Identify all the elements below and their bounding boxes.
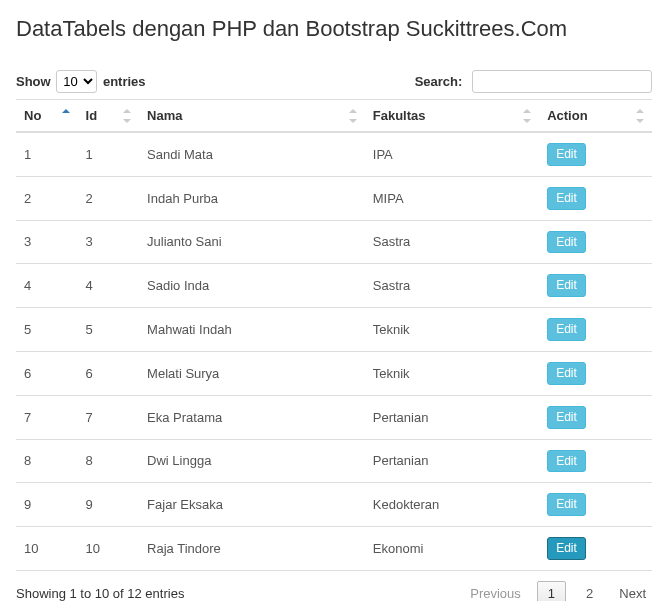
cell-fakultas: Teknik [365, 308, 539, 352]
cell-action: Edit [539, 439, 652, 483]
search-label: Search: [415, 74, 463, 89]
cell-nama: Indah Purba [139, 176, 365, 220]
table-row: 1010Raja TindoreEkonomiEdit [16, 527, 652, 571]
col-header-id[interactable]: Id [78, 100, 140, 133]
cell-no: 2 [16, 176, 78, 220]
edit-button[interactable]: Edit [547, 231, 586, 254]
edit-button[interactable]: Edit [547, 493, 586, 516]
cell-id: 1 [78, 132, 140, 176]
pagination: Previous12Next [464, 581, 652, 601]
cell-action: Edit [539, 220, 652, 264]
search-label-wrap: Search: [415, 74, 652, 89]
length-suffix: entries [103, 74, 146, 89]
cell-action: Edit [539, 527, 652, 571]
cell-fakultas: MIPA [365, 176, 539, 220]
cell-fakultas: IPA [365, 132, 539, 176]
cell-nama: Sandi Mata [139, 132, 365, 176]
cell-id: 7 [78, 395, 140, 439]
col-header-no[interactable]: No [16, 100, 78, 133]
cell-action: Edit [539, 176, 652, 220]
sort-both-icon [349, 109, 359, 123]
edit-button[interactable]: Edit [547, 274, 586, 297]
length-menu-label: Show 10 entries [16, 74, 146, 89]
cell-nama: Dwi Lingga [139, 439, 365, 483]
length-prefix: Show [16, 74, 51, 89]
sort-both-icon [123, 109, 133, 123]
table-info: Showing 1 to 10 of 12 entries [16, 586, 184, 601]
table-row: 88Dwi LinggaPertanianEdit [16, 439, 652, 483]
table-row: 66Melati SuryaTeknikEdit [16, 351, 652, 395]
table-row: 55Mahwati IndahTeknikEdit [16, 308, 652, 352]
data-table: No Id Nama Fakultas Action 11Sandi MataI… [16, 99, 652, 571]
cell-nama: Raja Tindore [139, 527, 365, 571]
cell-id: 10 [78, 527, 140, 571]
edit-button[interactable]: Edit [547, 406, 586, 429]
page-title: DataTabels dengan PHP dan Bootstrap Suck… [16, 16, 652, 42]
length-menu: Show 10 entries [16, 70, 146, 93]
cell-id: 2 [78, 176, 140, 220]
length-select[interactable]: 10 [56, 70, 97, 93]
cell-action: Edit [539, 132, 652, 176]
table-row: 11Sandi MataIPAEdit [16, 132, 652, 176]
edit-button[interactable]: Edit [547, 450, 586, 473]
cell-action: Edit [539, 264, 652, 308]
table-row: 22Indah PurbaMIPAEdit [16, 176, 652, 220]
cell-nama: Sadio Inda [139, 264, 365, 308]
cell-no: 8 [16, 439, 78, 483]
cell-fakultas: Sastra [365, 264, 539, 308]
edit-button[interactable]: Edit [547, 362, 586, 385]
page-1[interactable]: 1 [537, 581, 566, 601]
cell-fakultas: Ekonomi [365, 527, 539, 571]
cell-no: 6 [16, 351, 78, 395]
cell-nama: Eka Pratama [139, 395, 365, 439]
cell-action: Edit [539, 308, 652, 352]
cell-nama: Mahwati Indah [139, 308, 365, 352]
table-row: 44Sadio IndaSastraEdit [16, 264, 652, 308]
cell-id: 8 [78, 439, 140, 483]
table-row: 99Fajar EksakaKedokteranEdit [16, 483, 652, 527]
cell-id: 3 [78, 220, 140, 264]
search-input[interactable] [472, 70, 652, 93]
edit-button[interactable]: Edit [547, 537, 586, 560]
table-row: 33Julianto SaniSastraEdit [16, 220, 652, 264]
sort-both-icon [636, 109, 646, 123]
sort-asc-icon [62, 109, 72, 123]
edit-button[interactable]: Edit [547, 318, 586, 341]
col-header-nama[interactable]: Nama [139, 100, 365, 133]
sort-both-icon [523, 109, 533, 123]
cell-no: 5 [16, 308, 78, 352]
page-next[interactable]: Next [613, 582, 652, 601]
cell-action: Edit [539, 483, 652, 527]
cell-fakultas: Pertanian [365, 439, 539, 483]
cell-action: Edit [539, 351, 652, 395]
cell-id: 6 [78, 351, 140, 395]
table-row: 77Eka PratamaPertanianEdit [16, 395, 652, 439]
cell-fakultas: Teknik [365, 351, 539, 395]
page-previous: Previous [464, 582, 527, 601]
search-filter: Search: [415, 70, 652, 93]
cell-no: 10 [16, 527, 78, 571]
cell-nama: Julianto Sani [139, 220, 365, 264]
cell-nama: Fajar Eksaka [139, 483, 365, 527]
edit-button[interactable]: Edit [547, 143, 586, 166]
cell-id: 4 [78, 264, 140, 308]
edit-button[interactable]: Edit [547, 187, 586, 210]
col-header-action[interactable]: Action [539, 100, 652, 133]
cell-id: 9 [78, 483, 140, 527]
cell-id: 5 [78, 308, 140, 352]
cell-no: 3 [16, 220, 78, 264]
cell-no: 1 [16, 132, 78, 176]
cell-nama: Melati Surya [139, 351, 365, 395]
cell-fakultas: Sastra [365, 220, 539, 264]
page-2[interactable]: 2 [576, 582, 603, 601]
cell-no: 7 [16, 395, 78, 439]
cell-no: 4 [16, 264, 78, 308]
col-header-fakultas[interactable]: Fakultas [365, 100, 539, 133]
cell-fakultas: Pertanian [365, 395, 539, 439]
cell-action: Edit [539, 395, 652, 439]
cell-fakultas: Kedokteran [365, 483, 539, 527]
cell-no: 9 [16, 483, 78, 527]
